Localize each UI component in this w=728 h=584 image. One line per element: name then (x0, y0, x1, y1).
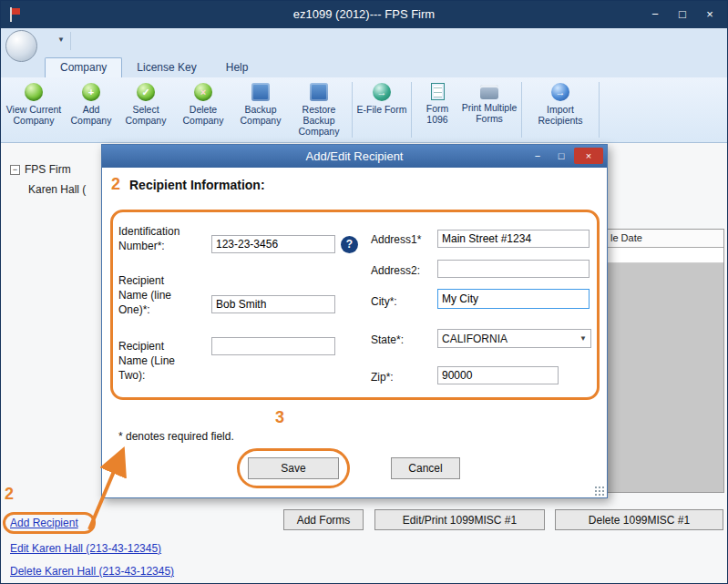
combo-dropdown-icon: ▼ (576, 334, 587, 343)
titlebar: ez1099 (2012)--- FPS Firm − □ × (1, 1, 727, 28)
ribbon: View Current Company + Add Company ✓ Sel… (1, 77, 727, 143)
grid-row (607, 248, 723, 263)
form-1096-icon (431, 83, 445, 100)
zip-input[interactable] (437, 366, 559, 384)
ribbon-button-add-company[interactable]: + Add Company (65, 80, 118, 139)
maximize-button[interactable]: □ (669, 1, 696, 28)
grid-column-header[interactable]: le Date (607, 230, 723, 248)
edit-karen-hall-link[interactable]: Edit Karen Hall (213-43-12345) (10, 542, 161, 555)
quick-access-dropdown-icon[interactable]: ▼ (57, 36, 65, 44)
dialog-minimize-button[interactable]: − (527, 148, 549, 164)
window-controls: − □ × (641, 1, 723, 28)
state-selected-value: CALIFORNIA (442, 333, 508, 345)
dialog-close-button[interactable]: × (574, 148, 603, 164)
identification-number-input[interactable] (211, 235, 335, 253)
restore-backup-icon (310, 83, 328, 101)
identification-number-label: Identification Number*: (118, 224, 206, 253)
add-forms-button[interactable]: Add Forms (283, 509, 364, 530)
dialog-body: 2 Recipient Information: Identification … (102, 168, 607, 497)
ribbon-button-label: Backup Company (232, 104, 289, 126)
address2-input[interactable] (437, 260, 590, 278)
tree-item-karen-hall[interactable]: Karen Hall ( (28, 183, 86, 196)
ribbon-separator (411, 82, 412, 138)
city-input[interactable] (437, 289, 590, 309)
recipient-name-line-two-input[interactable] (211, 337, 335, 355)
ribbon-button-label: Select Company (118, 104, 174, 126)
app-window: ez1099 (2012)--- FPS Firm − □ × ▼ Compan… (0, 0, 728, 584)
ribbon-button-restore-backup-company[interactable]: Restore Backup Company (289, 80, 349, 139)
close-button[interactable]: × (696, 1, 723, 28)
state-label: State*: (371, 333, 404, 347)
ribbon-button-label: E-File Form (357, 104, 407, 115)
check-glyph: ✓ (141, 87, 149, 98)
resize-grip-icon[interactable] (594, 486, 604, 496)
ribbon-button-efile-form[interactable]: → E-File Form (355, 80, 408, 139)
arrow-glyph: → (556, 87, 566, 98)
tab-help[interactable]: Help (211, 58, 263, 77)
quick-access-separator (70, 32, 71, 50)
tab-company[interactable]: Company (45, 57, 122, 77)
select-company-icon: ✓ (137, 83, 155, 101)
recipient-name-line-one-input[interactable] (211, 295, 335, 313)
annotation-arrow (78, 446, 133, 537)
view-current-company-icon (25, 83, 43, 101)
edit-print-1099misc-button[interactable]: Edit/Print 1099MISC #1 (374, 509, 545, 530)
zip-label: Zip*: (371, 370, 394, 384)
ribbon-button-import-recipients[interactable]: → Import Recipients (525, 80, 596, 139)
delete-karen-hall-link[interactable]: Delete Karen Hall (213-43-12345) (10, 565, 174, 578)
ribbon-separator (521, 82, 522, 138)
delete-company-icon: × (194, 83, 212, 101)
ribbon-button-label: Delete Company (174, 104, 232, 126)
app-menu-orb[interactable] (5, 30, 37, 62)
tab-license-key[interactable]: License Key (122, 58, 210, 77)
ribbon-button-print-multiple-forms[interactable]: Print Multiple Forms (460, 80, 518, 139)
ribbon-button-label: Import Recipients (525, 104, 596, 126)
ribbon-button-form-1096[interactable]: Form 1096 (415, 80, 460, 139)
ribbon-separator (352, 82, 353, 138)
delete-1099misc-button[interactable]: Delete 1099MISC #1 (555, 509, 723, 530)
recipient-name-line-one-label: Recipient Name (line One)*: (118, 273, 193, 318)
address1-label: Address1* (371, 232, 421, 247)
minimize-button[interactable]: − (641, 1, 669, 28)
efile-form-icon: → (373, 83, 391, 101)
ribbon-button-label: Restore Backup Company (289, 104, 349, 137)
dialog-maximize-button[interactable]: □ (550, 148, 572, 164)
dialog-window-controls: − □ × (527, 148, 603, 164)
add-company-icon: + (82, 83, 100, 101)
tree-item-label: Karen Hall ( (28, 183, 86, 196)
help-icon[interactable]: ? (341, 236, 358, 253)
tree-expander-icon[interactable]: − (10, 165, 20, 175)
address1-input[interactable] (437, 230, 590, 248)
ribbon-button-label: Print Multiple Forms (460, 102, 518, 124)
window-title: ez1099 (2012)--- FPS Firm (1, 1, 727, 28)
state-select[interactable]: CALIFORNIA ▼ (437, 329, 591, 348)
add-edit-recipient-dialog: Add/Edit Recipient − □ × 2 Recipient Inf… (101, 144, 608, 498)
tree-item-fps-firm[interactable]: − FPS Firm (10, 163, 71, 176)
ribbon-button-label: Add Company (65, 104, 118, 126)
ribbon-separator (599, 82, 600, 138)
cancel-button[interactable]: Cancel (391, 457, 460, 479)
arrow-glyph: → (377, 87, 387, 98)
recipient-name-line-two-label: Recipient Name (Line Two): (118, 339, 193, 384)
import-recipients-icon: → (551, 83, 569, 101)
ribbon-button-delete-company[interactable]: × Delete Company (174, 80, 232, 139)
ribbon-button-view-current-company[interactable]: View Current Company (3, 80, 65, 139)
tree-item-label: FPS Firm (25, 163, 71, 176)
required-field-note: * denotes required field. (118, 430, 234, 443)
ribbon-button-label: Form 1096 (415, 103, 460, 125)
print-multiple-forms-icon (480, 85, 498, 99)
backup-company-icon (251, 83, 270, 101)
forms-grid: le Date (606, 229, 724, 493)
ribbon-button-backup-company[interactable]: Backup Company (232, 80, 289, 139)
plus-glyph: + (88, 87, 94, 98)
recipient-information-heading: Recipient Information: (129, 178, 265, 192)
save-button[interactable]: Save (248, 457, 339, 479)
annotation-step-3: 3 (275, 408, 284, 427)
cross-glyph: × (200, 87, 206, 98)
ribbon-button-label: View Current Company (3, 104, 65, 126)
city-label: City*: (371, 294, 397, 309)
dialog-titlebar: Add/Edit Recipient − □ × (102, 145, 607, 168)
annotation-step-2-link: 2 (5, 485, 14, 504)
address2-label: Address2: (371, 263, 420, 278)
ribbon-button-select-company[interactable]: ✓ Select Company (118, 80, 174, 139)
